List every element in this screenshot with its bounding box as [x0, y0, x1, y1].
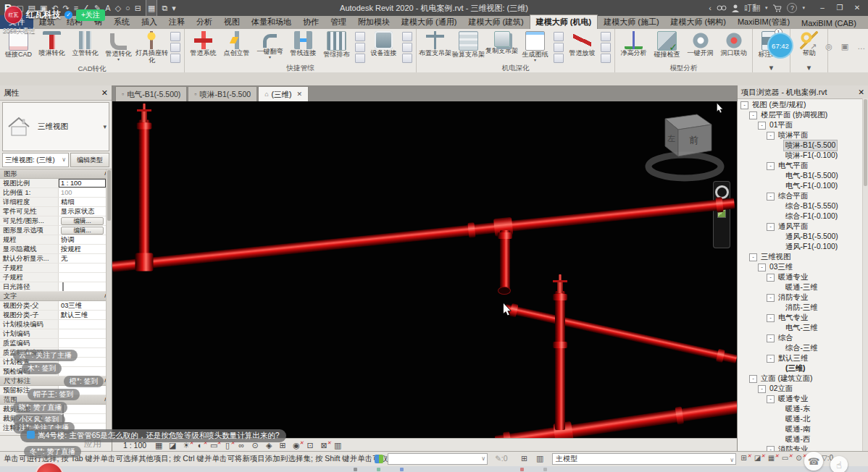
follow-button[interactable]: +关注	[76, 9, 105, 21]
tree-item-默认三维[interactable]: -默认三维	[738, 353, 863, 363]
expand-collapse-box[interactable]: -	[758, 264, 766, 271]
tab-协作[interactable]: 协作	[297, 15, 325, 29]
ribbon-button-布置支吊架[interactable]: 布置支吊架	[419, 30, 451, 57]
tree-item-消防专业[interactable]: -消防专业	[738, 292, 863, 303]
like-button[interactable]: ☝	[830, 456, 848, 472]
collapse-arrow-icon[interactable]: ‹	[709, 4, 711, 12]
property-value[interactable]: 精细	[59, 198, 106, 206]
project-browser-close-icon[interactable]: ✕	[858, 85, 864, 98]
property-value[interactable]: 无	[59, 254, 106, 263]
tree-item-立面 (建筑立面)[interactable]: -立面 (建筑立面)	[738, 374, 863, 384]
tree-item-三维视图[interactable]: -三维视图	[738, 252, 863, 262]
property-value[interactable]	[59, 273, 106, 282]
tab-MaxiBIM (CAB)[interactable]: MaxiBIM (CAB)	[796, 17, 862, 29]
property-value[interactable]	[59, 329, 106, 338]
thin-lines-icon[interactable]: ▦	[146, 0, 157, 17]
tab-建模大师 (通用)[interactable]: 建模大师 (通用)	[396, 15, 462, 29]
tree-item-综合-F1(-0.100)[interactable]: 综合-F1(-0.100)	[738, 211, 863, 222]
expand-collapse-box[interactable]: -	[767, 132, 775, 140]
expand-collapse-box[interactable]: -	[767, 162, 775, 170]
tree-item-暖通专业[interactable]: -暖通专业	[738, 272, 863, 282]
expand-collapse-box[interactable]: -	[767, 334, 775, 342]
share-icon[interactable]: ↗	[810, 42, 817, 51]
tab-管理[interactable]: 管理	[325, 15, 352, 29]
tree-item-综合[interactable]: -综合	[738, 333, 863, 343]
tree-item-电气-F1(-0.100)[interactable]: 电气-F1(-0.100)	[738, 181, 863, 191]
select-by-face-icon[interactable]: ▭✕	[780, 453, 790, 463]
tree-item-综合平面[interactable]: -综合平面	[738, 191, 863, 201]
view-tab-(三维)[interactable]: ⌂(三维)✕	[258, 86, 309, 101]
small-tool-icon[interactable]	[170, 43, 180, 52]
exclude-options-icon[interactable]: ▥	[536, 454, 543, 463]
3d-viewport[interactable]: 左 前	[112, 101, 738, 439]
ribbon-button-管综排布[interactable]: 管综排布	[320, 30, 353, 59]
constraints-icon[interactable]: ⊡	[305, 440, 315, 450]
tree-item-消防-三维[interactable]: 消防-三维	[738, 303, 863, 313]
signed-in-user[interactable]: 叮翻	[744, 3, 760, 14]
taskbar-icon[interactable]	[377, 468, 380, 471]
restore-button[interactable]: ❐	[832, 1, 848, 14]
editable-only-icon[interactable]: ✎:0	[495, 454, 508, 463]
ribbon-button-立管转化[interactable]: 立管转化	[69, 30, 101, 57]
taskbar-icon[interactable]	[354, 468, 357, 471]
taskbar-icon[interactable]	[543, 468, 547, 471]
tab-MaxiBIM(风管)[interactable]: MaxiBIM(风管)	[862, 15, 868, 29]
tree-item-暖通-东[interactable]: 暖通-东	[738, 404, 863, 414]
help-dropdown-icon[interactable]: ▾	[802, 5, 805, 11]
property-value[interactable]: 03三维	[59, 301, 106, 310]
property-section-文字[interactable]: 文字∧	[0, 292, 112, 301]
bottom-branch-pipe[interactable]	[495, 400, 738, 439]
properties-close-icon[interactable]: ✕	[101, 85, 108, 100]
expand-collapse-box[interactable]: -	[749, 375, 757, 383]
main-sprinkler-pipe[interactable]	[112, 198, 735, 272]
expand-collapse-box[interactable]: -	[740, 101, 748, 109]
ribbon-button-一键翻弯[interactable]: 一键翻弯▾	[254, 30, 286, 59]
small-tool-icon[interactable]	[402, 32, 412, 41]
settings-icon[interactable]: ◎	[825, 42, 832, 51]
ribbon-button-生成图纸[interactable]: 生成图纸▾	[519, 30, 551, 62]
tree-item-通风平面[interactable]: -通风平面	[738, 222, 863, 232]
property-value[interactable]: 编辑...	[59, 226, 106, 235]
tree-item-暖通-南[interactable]: 暖通-南	[738, 424, 863, 434]
app-store-cart-icon[interactable]	[772, 4, 782, 12]
sun-icon[interactable]: ○	[125, 0, 130, 16]
drop-pipe[interactable]	[500, 230, 510, 293]
edit-button[interactable]: 编辑...	[61, 227, 104, 235]
property-value[interactable]: 编辑...	[59, 216, 106, 225]
close-hidden-windows-icon[interactable]: ⧉	[162, 0, 167, 16]
expand-collapse-box[interactable]: -	[767, 193, 775, 201]
section-icon[interactable]: ⊟	[135, 0, 141, 16]
tree-item-电气平面[interactable]: -电气平面	[738, 161, 863, 171]
ribbon-button-复制支吊架[interactable]: 复制支吊架	[485, 30, 518, 55]
view-tab-电气-B1(-5.500)[interactable]: ▫电气-B1(-5.500)	[115, 86, 187, 101]
type-selector-dropdown-icon[interactable]: ▾	[103, 123, 107, 130]
ribbon-button-管道系统[interactable]: 管道系统	[187, 30, 220, 57]
tree-item-暖通-三维[interactable]: 暖通-三维	[738, 282, 863, 292]
taskbar-icon[interactable]	[520, 468, 524, 471]
property-value[interactable]: 默认三维	[59, 311, 106, 319]
checkbox[interactable]	[62, 282, 64, 291]
tree-item-暖通-西[interactable]: 暖通-西	[738, 434, 863, 444]
tab-建模大师 (施工)[interactable]: 建模大师 (施工)	[598, 15, 664, 29]
property-value[interactable]: 显示原状态	[59, 207, 106, 216]
edit-button[interactable]: 编辑...	[61, 217, 104, 225]
sprinkler-head[interactable]	[135, 104, 153, 122]
tree-item-暖通-北[interactable]: 暖通-北	[738, 414, 863, 424]
small-tool-icon[interactable]	[554, 32, 564, 41]
worksharing-icon[interactable]: ▥	[333, 440, 343, 450]
expand-collapse-box[interactable]: -	[758, 122, 766, 130]
tree-item-03三维[interactable]: -03三维	[738, 262, 863, 272]
view-tab-close-icon[interactable]: ✕	[297, 87, 303, 101]
ribbon-button-洞口联动[interactable]: 洞口联动	[717, 30, 750, 57]
type-selector[interactable]: 三维视图 ▾	[2, 102, 109, 151]
property-value[interactable]: 1 : 100	[59, 179, 106, 187]
small-tool-icon[interactable]	[601, 43, 611, 52]
tree-item-01平面[interactable]: -01平面	[738, 120, 863, 130]
property-value[interactable]	[59, 339, 106, 347]
navigation-bar[interactable]	[713, 181, 730, 248]
tree-item-电气-B1(-5.500)[interactable]: 电气-B1(-5.500)	[738, 171, 863, 181]
properties-scrollbar[interactable]	[106, 169, 112, 433]
tree-item-暖通专业[interactable]: -暖通专业	[738, 394, 863, 404]
small-tool-icon[interactable]	[554, 54, 564, 63]
small-tool-icon[interactable]	[402, 43, 412, 52]
